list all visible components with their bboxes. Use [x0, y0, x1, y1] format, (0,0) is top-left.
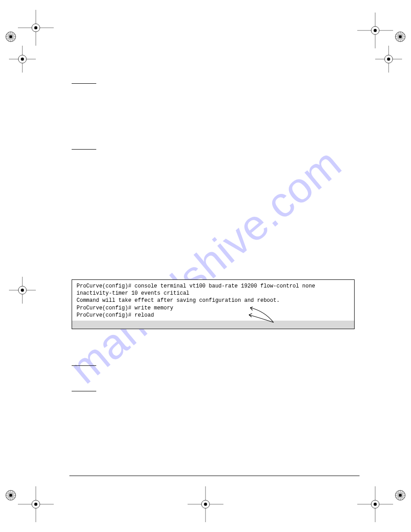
- registration-cross-icon: [375, 46, 402, 73]
- registration-cross-icon: [18, 10, 54, 46]
- svg-point-35: [387, 58, 390, 61]
- svg-point-49: [9, 494, 12, 497]
- svg-point-13: [34, 26, 38, 30]
- svg-line-30: [396, 34, 405, 39]
- placeholder-underline-2: [72, 149, 96, 150]
- svg-line-27: [398, 32, 402, 41]
- registration-disc-icon: [4, 489, 17, 502]
- placeholder-underline-3: [72, 365, 96, 366]
- svg-line-47: [6, 493, 15, 498]
- terminal-line: ProCurve(config)# write memory: [77, 305, 350, 312]
- svg-point-38: [18, 286, 26, 294]
- svg-line-45: [9, 491, 13, 500]
- svg-line-44: [7, 492, 14, 499]
- svg-point-61: [374, 503, 377, 506]
- svg-point-52: [32, 500, 40, 508]
- svg-point-71: [399, 494, 402, 497]
- registration-disc-icon: [394, 489, 407, 502]
- svg-line-43: [7, 492, 14, 499]
- svg-line-46: [9, 491, 13, 500]
- svg-line-65: [397, 492, 404, 499]
- terminal-output-box: ProCurve(config)# console terminal vt100…: [72, 279, 355, 329]
- placeholder-underline-4: [72, 390, 96, 391]
- registration-cross-icon: [188, 486, 223, 522]
- svg-point-57: [204, 503, 207, 506]
- svg-point-17: [21, 58, 24, 61]
- terminal-line: ProCurve(config)# reload: [77, 312, 350, 319]
- svg-point-34: [385, 55, 393, 63]
- svg-point-56: [201, 500, 210, 508]
- svg-line-25: [397, 33, 404, 40]
- svg-line-70: [396, 493, 405, 498]
- registration-disc-icon: [4, 30, 17, 43]
- svg-point-62: [395, 490, 405, 500]
- terminal-line: ProCurve(config)# console terminal vt100…: [77, 283, 350, 290]
- svg-point-9: [9, 35, 12, 38]
- svg-line-68: [398, 491, 402, 500]
- svg-point-16: [18, 55, 26, 63]
- registration-cross-icon: [9, 46, 36, 73]
- svg-point-12: [32, 24, 40, 32]
- svg-line-4: [7, 33, 14, 40]
- svg-line-3: [7, 33, 14, 40]
- terminal-text-area: ProCurve(config)# console terminal vt100…: [72, 280, 354, 321]
- svg-point-40: [6, 490, 16, 500]
- svg-line-8: [6, 34, 15, 39]
- svg-point-60: [371, 500, 379, 508]
- terminal-line: Command will take effect after saving co…: [77, 297, 350, 304]
- page-content: ProCurve(config)# console terminal vt100…: [72, 83, 349, 391]
- registration-cross-icon: [357, 13, 393, 48]
- registration-cross-icon: [18, 486, 54, 522]
- svg-point-53: [34, 503, 38, 506]
- footer-rule: [69, 476, 360, 476]
- placeholder-underline-1: [72, 83, 96, 84]
- svg-line-28: [398, 32, 402, 41]
- svg-point-31: [399, 35, 402, 38]
- terminal-line: inactivity-timer 10 events critical: [77, 290, 350, 297]
- svg-line-5: [9, 32, 13, 41]
- registration-disc-icon: [394, 30, 407, 43]
- terminal-bottom-bar: [72, 321, 354, 329]
- registration-cross-icon: [9, 277, 36, 304]
- registration-cross-icon: [357, 486, 393, 522]
- svg-line-69: [396, 493, 405, 498]
- svg-line-26: [397, 33, 404, 40]
- svg-point-0: [6, 32, 16, 42]
- svg-line-67: [398, 491, 402, 500]
- svg-line-7: [6, 34, 15, 39]
- svg-point-39: [21, 289, 24, 292]
- svg-point-20: [371, 26, 379, 34]
- svg-line-29: [396, 34, 405, 39]
- svg-point-21: [374, 29, 377, 32]
- svg-point-22: [395, 32, 405, 42]
- svg-line-66: [397, 492, 404, 499]
- svg-line-6: [9, 32, 13, 41]
- svg-line-48: [6, 493, 15, 498]
